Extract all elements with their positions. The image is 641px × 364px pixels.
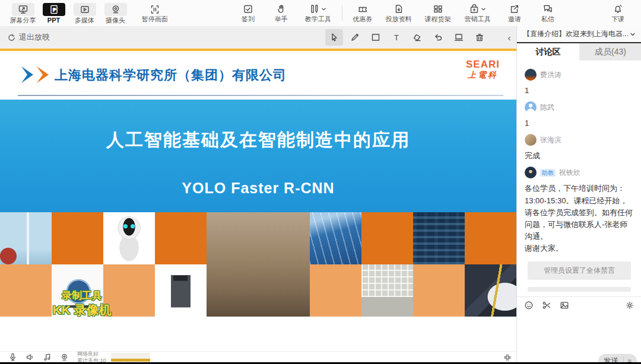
watermark-line2: KK 录像机 [34, 303, 129, 317]
end-class-label: 下课 [611, 16, 624, 23]
teaching-tools-label: 教学工具 [305, 16, 331, 23]
speaker-icon[interactable] [26, 353, 34, 362]
microphone-icon[interactable] [8, 353, 17, 362]
status-bar: 网络良好 累计丢包:10 [0, 351, 516, 363]
ppt-icon: P [43, 3, 65, 16]
exit-presentation-button[interactable]: 退出放映 [7, 32, 50, 43]
live-chat-sidebar: 【直播介绍】欢迎来到上海电器... 讨论区 成员(43) 费洪涛 1 陈武 1 [516, 26, 641, 362]
pause-screen-button[interactable]: 暂停画面 [139, 0, 170, 26]
chat-message-list[interactable]: 费洪涛 1 陈武 1 张海滨 完成 助教 祝铁欣 各位学员，下午培训时间为： [517, 60, 641, 292]
message-text: 完成 [525, 150, 634, 162]
sign-in-button[interactable]: 签到 [231, 0, 265, 26]
select-cursor-tool[interactable] [325, 29, 343, 46]
course-shelf-label: 课程货架 [425, 16, 451, 23]
music-note-icon[interactable] [43, 353, 52, 362]
clear-trash-tool[interactable] [471, 29, 488, 46]
invite-button[interactable]: 邀请 [498, 0, 531, 26]
sender-name: 祝铁欣 [559, 168, 580, 178]
coupon-button[interactable]: 优惠券 [346, 0, 379, 26]
collage-photo-electrical-cabinet [413, 212, 465, 264]
collage-photo-institute-building [207, 212, 310, 317]
ppt-button[interactable]: P PPT [39, 0, 69, 26]
avatar [525, 134, 537, 146]
raise-hand-button[interactable]: 举手 [265, 0, 298, 26]
recorder-watermark: 录制工具 KK 录像机 [34, 290, 129, 317]
sidebar-header[interactable]: 【直播介绍】欢迎来到上海电器... [517, 26, 641, 43]
live-intro-title: 【直播介绍】欢迎来到上海电器... [523, 29, 630, 39]
avatar [525, 101, 537, 113]
collage-photo-robot [103, 212, 155, 264]
sender-name: 张海滨 [540, 135, 561, 145]
slide-title: 人工智能基础及在智能制造中的应用 [0, 128, 516, 152]
header-rule [18, 95, 503, 96]
avatar [525, 69, 537, 81]
screenshot-scissors-icon[interactable] [542, 301, 551, 310]
rectangle-tool[interactable] [367, 29, 385, 46]
multimedia-button[interactable]: 多媒体 [69, 0, 100, 26]
private-message-button[interactable]: 私信 [531, 0, 564, 26]
raise-hand-label: 举手 [275, 16, 288, 23]
undo-tool[interactable] [429, 29, 447, 46]
gear-icon[interactable] [625, 301, 634, 310]
collage-orange-tile [361, 212, 413, 264]
system-message: 管理员取消了全体禁言 [528, 287, 631, 292]
marketing-tools-button[interactable]: 营销工具 [458, 0, 498, 26]
chat-message: 陈武 1 [525, 101, 634, 129]
network-quality-label: 网络良好 [77, 352, 106, 357]
webcam-status-icon[interactable] [60, 353, 69, 362]
coupon-icon [357, 4, 368, 14]
presentation-toolbar: 退出放映 T ‹ › [0, 26, 516, 49]
eraser-tool[interactable] [408, 29, 426, 46]
chevron-down-icon [481, 7, 486, 12]
materials-button[interactable]: 投放资料 [379, 0, 418, 26]
collage-orange-tile [52, 212, 103, 264]
message-text: 各位学员，下午培训时间为：13:00-15:30。课程已经开始，请各位学员完成签… [525, 183, 634, 254]
avatar [525, 167, 537, 178]
slide-header: 上海电器科学研究所（集团）有限公司 SEARI 上電科 [0, 51, 516, 100]
system-message: 管理员设置了全体禁言 [528, 261, 631, 280]
camera-label: 摄像头 [106, 17, 125, 24]
chat-message: 费洪涛 1 [525, 69, 634, 97]
whiteboard-tool[interactable] [450, 29, 468, 46]
sign-in-icon [243, 4, 253, 14]
seari-logo-text: SEARI [466, 59, 500, 69]
multimedia-label: 多媒体 [75, 17, 94, 24]
pencil-tool[interactable] [346, 29, 364, 46]
sender-name: 陈武 [540, 103, 554, 113]
collage-orange-tile [465, 212, 516, 264]
seari-logo-chinese: 上電科 [466, 71, 500, 79]
teaching-tools-button[interactable]: 教学工具 [298, 0, 338, 26]
collage-photo-electric-car [465, 264, 516, 317]
chat-input-toolbar [517, 297, 641, 314]
camera-button[interactable]: 摄像头 [100, 0, 131, 26]
emoji-icon[interactable] [524, 301, 534, 310]
chevron-decoration-orange [37, 66, 49, 83]
chevron-down-icon[interactable] [630, 31, 636, 37]
invite-icon [509, 4, 520, 14]
screen-share-button[interactable]: 屏幕分享 [8, 0, 39, 26]
top-toolbar: 屏幕分享 P PPT 多媒体 摄像头 暂停画面 签到 举手 [0, 0, 641, 27]
previous-slide-button[interactable]: ‹ [503, 33, 516, 43]
collapse-toolbar-icon[interactable] [503, 352, 512, 363]
text-tool[interactable]: T [388, 29, 405, 46]
slide-subtitle: YOLO Faster R-CNN [0, 180, 516, 197]
tab-members[interactable]: 成员(43) [579, 43, 641, 60]
end-class-button[interactable]: 下课 [601, 0, 634, 26]
tab-discussion[interactable]: 讨论区 [517, 43, 579, 60]
coupon-label: 优惠券 [353, 16, 372, 23]
svg-text:T: T [394, 33, 399, 42]
collage-orange-tile [155, 212, 207, 264]
collage-photo-test-chamber [361, 264, 413, 317]
course-shelf-button[interactable]: 课程货架 [418, 0, 458, 26]
sidebar-tabs: 讨论区 成员(43) [517, 43, 641, 60]
teaching-tools-icon [309, 4, 320, 14]
chat-bubbles-icon [542, 4, 553, 14]
chevron-decoration-blue [21, 66, 33, 83]
chat-input-area[interactable] [517, 314, 641, 353]
image-icon[interactable] [560, 301, 569, 310]
screen-share-label: 屏幕分享 [10, 17, 36, 24]
exit-presentation-icon [7, 33, 16, 42]
sender-name: 费洪涛 [540, 70, 561, 80]
marketing-tools-icon [469, 4, 480, 14]
network-status: 网络良好 累计丢包:10 [77, 352, 106, 363]
